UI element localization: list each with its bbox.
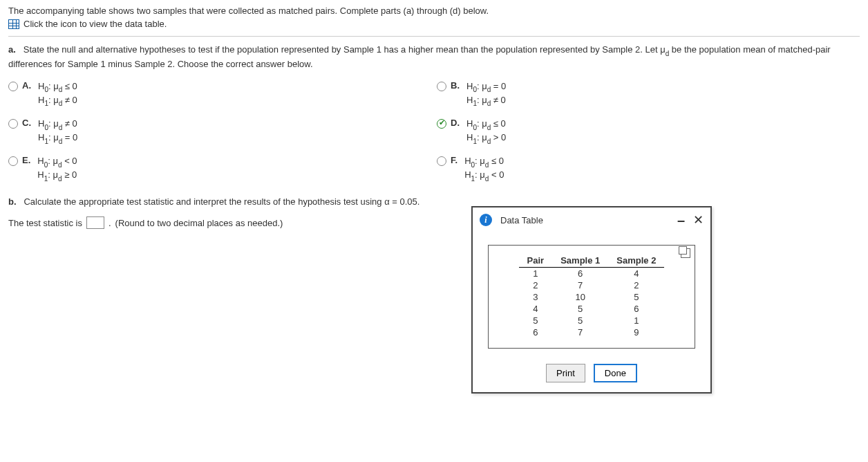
close-icon[interactable]: ✕ <box>693 214 704 226</box>
table-row: 6 7 9 <box>519 326 665 338</box>
test-statistic-prefix: The test statistic is <box>8 218 82 228</box>
choice-c-h0: H0: μd ≠ 0 <box>38 118 77 131</box>
choice-c[interactable]: C. H0: μd ≠ 0 H1: μd = 0 <box>8 118 437 145</box>
data-frame: Pair Sample 1 Sample 2 1 6 4 2 7 2 <box>488 245 695 349</box>
copy-icon[interactable] <box>681 248 690 258</box>
choice-f-h1: H1: μd < 0 <box>464 169 504 183</box>
table-row: 3 10 5 <box>519 291 665 303</box>
table-row: 1 6 4 <box>519 268 665 280</box>
col-pair: Pair <box>519 254 553 268</box>
data-table-dialog: i Data Table – ✕ Pair Sample 1 Sample 2 … <box>471 206 712 394</box>
view-data-table-link[interactable]: Click the icon to view the data table. <box>8 19 860 29</box>
choice-b-letter: B. <box>451 80 460 91</box>
choice-e-h1: H1: μd ≥ 0 <box>37 169 77 183</box>
data-table: Pair Sample 1 Sample 2 1 6 4 2 7 2 <box>519 254 665 338</box>
minimize-icon[interactable]: – <box>677 213 685 227</box>
test-statistic-suffix: . <box>108 218 111 228</box>
view-data-table-text: Click the icon to view the data table. <box>23 19 167 29</box>
choice-d[interactable]: D. H0: μd ≤ 0 H1: μd > 0 <box>437 118 796 145</box>
test-statistic-line: The test statistic is . (Round to two de… <box>8 216 860 229</box>
choice-grid: A. H0: μd ≤ 0 H1: μd ≠ 0 B. H0: μd = 0 H… <box>8 80 860 183</box>
choice-a-letter: A. <box>22 80 31 91</box>
choice-f[interactable]: F. H0: μd ≤ 0 H1: μd < 0 <box>437 155 796 183</box>
choice-c-h1: H1: μd = 0 <box>38 131 77 145</box>
choice-e-letter: E. <box>22 155 30 165</box>
choice-e-h0: H0: μd < 0 <box>37 155 77 169</box>
part-b-label: b. <box>8 196 17 207</box>
choice-b[interactable]: B. H0: μd = 0 H1: μd ≠ 0 <box>437 80 796 108</box>
dialog-header: i Data Table – ✕ <box>473 207 710 232</box>
table-row: 5 5 1 <box>519 315 665 326</box>
choice-d-h0: H0: μd ≤ 0 <box>466 118 506 131</box>
part-b-prompt: b. Calculate the appropriate test statis… <box>8 196 860 207</box>
part-a-prompt: a. State the null and alternative hypoth… <box>8 44 860 71</box>
radio-b[interactable] <box>437 82 446 91</box>
radio-e[interactable] <box>8 156 18 166</box>
problem-intro: The accompanying table shows two samples… <box>8 6 860 16</box>
part-a-label: a. <box>8 44 16 55</box>
choice-a-h0: H0: μd ≤ 0 <box>38 80 77 94</box>
choice-a[interactable]: A. H0: μd ≤ 0 H1: μd ≠ 0 <box>8 80 437 108</box>
choice-a-h1: H1: μd ≠ 0 <box>38 94 77 108</box>
dialog-body: Pair Sample 1 Sample 2 1 6 4 2 7 2 <box>473 232 710 355</box>
choice-f-h0: H0: μd ≤ 0 <box>464 155 504 169</box>
table-row: 2 7 2 <box>519 279 665 291</box>
choice-d-h1: H1: μd > 0 <box>466 131 506 145</box>
choice-f-letter: F. <box>451 155 457 165</box>
radio-c[interactable] <box>8 119 18 129</box>
choice-e[interactable]: E. H0: μd < 0 H1: μd ≥ 0 <box>8 155 437 183</box>
info-icon: i <box>480 214 492 226</box>
radio-f[interactable] <box>437 156 446 166</box>
choice-b-h0: H0: μd = 0 <box>466 80 506 94</box>
test-statistic-input[interactable] <box>86 216 104 229</box>
dialog-title: Data Table <box>500 215 677 225</box>
table-row: 4 5 6 <box>519 303 665 315</box>
part-a-text: State the null and alternative hypothese… <box>8 44 831 69</box>
dialog-footer: Print Done <box>473 355 710 392</box>
choice-c-letter: C. <box>22 118 31 128</box>
col-sample1: Sample 1 <box>552 254 608 268</box>
col-sample2: Sample 2 <box>608 254 664 268</box>
divider <box>8 36 860 37</box>
radio-a[interactable] <box>8 82 18 91</box>
rounding-hint: (Round to two decimal places as needed.) <box>115 218 283 228</box>
choice-d-letter: D. <box>451 118 460 128</box>
table-icon <box>8 19 19 29</box>
done-button[interactable]: Done <box>594 364 637 382</box>
print-button[interactable]: Print <box>546 364 585 382</box>
radio-d[interactable] <box>437 119 446 129</box>
part-b-text: Calculate the appropriate test statistic… <box>23 196 419 207</box>
choice-b-h1: H1: μd ≠ 0 <box>466 94 506 108</box>
